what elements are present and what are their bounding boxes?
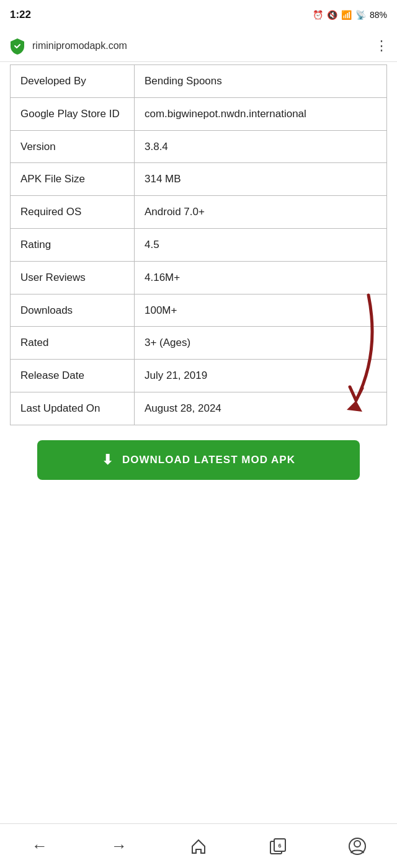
bottom-nav: ← → 6 [0, 823, 397, 868]
table-row: Rating4.5 [11, 228, 387, 261]
table-row: Release DateJuly 21, 2019 [11, 360, 387, 392]
profile-button[interactable] [339, 828, 376, 865]
table-cell-value[interactable]: com.bigwinepot.nwdn.international [135, 97, 387, 130]
table-row: Developed ByBending Spoons [11, 65, 387, 98]
table-cell-value: Bending Spoons [135, 65, 387, 98]
table-row: Last Updated OnAugust 28, 2024 [11, 392, 387, 425]
info-table-container: Developed ByBending SpoonsGoogle Play St… [0, 64, 397, 425]
status-bar: 1:22 ⏰ 🔇 📶 📡 88% [0, 0, 397, 30]
table-row: Downloads100M+ [11, 294, 387, 327]
table-cell-value: 3.8.4 [135, 130, 387, 163]
status-icons: ⏰ 🔇 📶 📡 88% [313, 10, 387, 20]
table-cell-value: 4.16M+ [135, 261, 387, 294]
table-row: APK File Size314 MB [11, 163, 387, 196]
signal-icon: 📡 [355, 10, 366, 20]
svg-text:6: 6 [278, 843, 281, 849]
browser-bar: riminipromodapk.com ⋮ [0, 30, 397, 62]
status-time: 1:22 [10, 9, 31, 21]
home-button[interactable] [180, 828, 217, 865]
table-cell-label: User Reviews [11, 261, 135, 294]
table-cell-value: 4.5 [135, 228, 387, 261]
table-cell-value: August 28, 2024 [135, 392, 387, 425]
back-button[interactable]: ← [21, 828, 58, 865]
table-cell-label: Developed By [11, 65, 135, 98]
browser-url: riminipromodapk.com [32, 40, 368, 51]
download-button[interactable]: ⬇ DOWNLOAD LATEST MOD APK [37, 440, 360, 480]
table-cell-value: 100M+ [135, 294, 387, 327]
shield-icon [9, 37, 26, 55]
svg-point-4 [354, 841, 360, 847]
mute-icon: 🔇 [327, 10, 337, 20]
more-options-button[interactable]: ⋮ [375, 38, 388, 54]
table-row: User Reviews4.16M+ [11, 261, 387, 294]
table-cell-label: Required OS [11, 196, 135, 229]
forward-button[interactable]: → [100, 828, 138, 865]
table-cell-label: Rating [11, 228, 135, 261]
table-row: Rated3+ (Ages) [11, 327, 387, 360]
table-row: Required OSAndroid 7.0+ [11, 196, 387, 229]
table-cell-value: 314 MB [135, 163, 387, 196]
alarm-icon: ⏰ [313, 10, 323, 20]
table-cell-value: July 21, 2019 [135, 360, 387, 392]
table-row: Version3.8.4 [11, 130, 387, 163]
table-cell-value: 3+ (Ages) [135, 327, 387, 360]
table-row: Google Play Store IDcom.bigwinepot.nwdn.… [11, 97, 387, 130]
battery-text: 88% [370, 10, 387, 20]
table-cell-value: Android 7.0+ [135, 196, 387, 229]
table-cell-label: Downloads [11, 294, 135, 327]
download-section: ⬇ DOWNLOAD LATEST MOD APK [0, 425, 397, 490]
table-cell-label: Last Updated On [11, 392, 135, 425]
table-cell-label: Google Play Store ID [11, 97, 135, 130]
wifi-icon: 📶 [341, 10, 352, 20]
download-icon: ⬇ [102, 452, 114, 468]
table-cell-label: Rated [11, 327, 135, 360]
download-button-label: DOWNLOAD LATEST MOD APK [122, 454, 295, 466]
table-cell-label: Version [11, 130, 135, 163]
table-cell-label: APK File Size [11, 163, 135, 196]
tabs-button[interactable]: 6 [259, 828, 297, 865]
info-table: Developed ByBending SpoonsGoogle Play St… [10, 64, 387, 425]
table-cell-label: Release Date [11, 360, 135, 392]
